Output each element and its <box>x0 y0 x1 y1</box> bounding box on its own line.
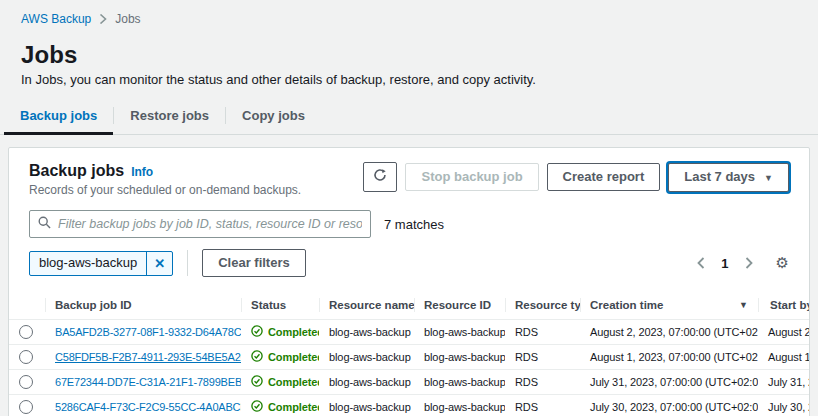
backup-jobs-panel: Backup jobsInfo Records of your schedule… <box>8 147 810 416</box>
tab-restore-jobs[interactable]: Restore jobs <box>114 99 225 134</box>
table-row: BA5AFD2B-3277-08F1-9332-D64A78CE11CC Com… <box>9 320 809 345</box>
clear-filters-button[interactable]: Clear filters <box>202 249 306 277</box>
tab-copy-jobs[interactable]: Copy jobs <box>226 99 321 134</box>
breadcrumb: AWS Backup Jobs <box>0 0 818 26</box>
column-resource-id[interactable]: Resource ID <box>414 291 505 320</box>
page-description: In Jobs, you can monitor the status and … <box>21 72 818 87</box>
column-creation-time[interactable]: ▼Creation time <box>580 291 758 320</box>
table-row: C58FDF5B-F2B7-4911-293E-54BE5A2CF2E1 Com… <box>9 345 809 370</box>
status-text: Completed <box>268 401 319 413</box>
resource-type-cell: RDS <box>505 370 580 395</box>
refresh-button[interactable] <box>363 162 397 192</box>
pagination: 1 ⚙ <box>692 255 789 271</box>
panel-subtitle: Records of your scheduled or on-demand b… <box>29 183 301 197</box>
column-resource-type[interactable]: Resource type <box>505 291 580 320</box>
select-all-column <box>9 291 45 320</box>
backup-jobs-table: Backup job ID Status Resource name▽ Reso… <box>9 291 809 416</box>
breadcrumb-chevron-icon <box>99 14 107 25</box>
matches-count: 7 matches <box>384 217 444 232</box>
column-creation-time-label: Creation time <box>590 299 664 311</box>
status-success-icon <box>251 350 263 364</box>
panel-title-group: Backup jobsInfo Records of your schedule… <box>29 162 301 197</box>
resource-id-cell: blog-aws-backup <box>414 345 505 370</box>
start-by-cell: July 30, 202 <box>758 395 809 416</box>
resource-id-cell: blog-aws-backup <box>414 370 505 395</box>
table-row: 5286CAF4-F73C-F2C9-55CC-4A0ABCDE0C09 Com… <box>9 395 809 416</box>
start-by-cell: July 31, 202 <box>758 370 809 395</box>
info-link[interactable]: Info <box>131 165 153 179</box>
start-by-cell: August 1, 20 <box>758 345 809 370</box>
column-status[interactable]: Status <box>241 291 319 320</box>
tab-backup-jobs[interactable]: Backup jobs <box>4 99 113 134</box>
current-page-number[interactable]: 1 <box>716 256 733 271</box>
status-badge: Completed <box>251 325 309 339</box>
creation-time-cell: July 30, 2023, 07:00:00 (UTC+02:00) <box>580 395 758 416</box>
previous-page-icon[interactable] <box>692 255 710 271</box>
token-close-icon[interactable]: ✕ <box>146 252 172 275</box>
filter-token: blog-aws-backup ✕ <box>29 251 173 276</box>
filter-token-label: blog-aws-backup <box>30 252 146 275</box>
resource-type-cell: RDS <box>505 345 580 370</box>
filter-placeholder: Filter backup jobs by job ID, status, re… <box>58 217 362 231</box>
backup-job-id-link[interactable]: C58FDF5B-F2B7-4911-293E-54BE5A2CF2E1 <box>55 351 241 363</box>
resource-type-cell: RDS <box>505 395 580 416</box>
sort-descending-icon: ▼ <box>739 300 748 310</box>
creation-time-cell: July 31, 2023, 07:00:00 (UTC+02:00) <box>580 370 758 395</box>
status-badge: Completed <box>251 350 309 364</box>
status-text: Completed <box>268 376 319 388</box>
resource-type-cell: RDS <box>505 320 580 345</box>
status-text: Completed <box>268 351 319 363</box>
breadcrumb-aws-backup-link[interactable]: AWS Backup <box>21 12 91 26</box>
table-header-row: Backup job ID Status Resource name▽ Reso… <box>9 291 809 320</box>
column-backup-job-id[interactable]: Backup job ID <box>45 291 241 320</box>
refresh-icon <box>373 170 387 185</box>
status-success-icon <box>251 325 263 339</box>
row-radio-button[interactable] <box>19 350 33 364</box>
resource-name-cell: blog-aws-backup <box>319 370 414 395</box>
resource-id-cell: blog-aws-backup <box>414 320 505 345</box>
status-success-icon <box>251 375 263 389</box>
status-badge: Completed <box>251 375 309 389</box>
table-row: 67E72344-DD7E-C31A-21F1-7899BEBDC85D Com… <box>9 370 809 395</box>
column-resource-name-label: Resource name <box>329 299 414 311</box>
backup-job-id-link[interactable]: 67E72344-DD7E-C31A-21F1-7899BEBDC85D <box>55 376 241 388</box>
page-title: Jobs <box>21 41 818 69</box>
toolbar: Stop backup job Create report Last 7 day… <box>363 162 789 192</box>
date-range-label: Last 7 days <box>684 169 755 184</box>
stop-backup-job-button[interactable]: Stop backup job <box>405 163 538 191</box>
search-icon <box>38 215 51 233</box>
breadcrumb-current: Jobs <box>115 12 140 26</box>
creation-time-cell: August 2, 2023, 07:00:00 (UTC+02:00) <box>580 320 758 345</box>
status-success-icon <box>251 400 263 414</box>
filter-search-input[interactable]: Filter backup jobs by job ID, status, re… <box>29 210 371 238</box>
status-badge: Completed <box>251 400 309 414</box>
chevron-down-icon: ▼ <box>764 173 773 183</box>
backup-job-id-link[interactable]: BA5AFD2B-3277-08F1-9332-D64A78CE11CC <box>55 326 241 338</box>
creation-time-cell: August 1, 2023, 07:00:00 (UTC+02:00) <box>580 345 758 370</box>
row-radio-button[interactable] <box>19 375 33 389</box>
divider <box>187 250 188 276</box>
resource-name-cell: blog-aws-backup <box>319 320 414 345</box>
start-by-cell: August 2, 20 <box>758 320 809 345</box>
status-text: Completed <box>268 326 319 338</box>
row-radio-button[interactable] <box>19 400 33 414</box>
row-radio-button[interactable] <box>19 325 33 339</box>
column-resource-name[interactable]: Resource name▽ <box>319 291 414 320</box>
tab-bar: Backup jobs Restore jobs Copy jobs <box>0 99 818 135</box>
create-report-button[interactable]: Create report <box>547 163 661 191</box>
next-page-icon[interactable] <box>740 255 758 271</box>
date-range-dropdown[interactable]: Last 7 days▼ <box>668 163 789 192</box>
resource-name-cell: blog-aws-backup <box>319 345 414 370</box>
panel-title: Backup jobs <box>29 162 124 179</box>
backup-job-id-link[interactable]: 5286CAF4-F73C-F2C9-55CC-4A0ABCDE0C09 <box>55 401 241 413</box>
column-start-by[interactable]: Start by <box>758 291 809 320</box>
settings-gear-icon[interactable]: ⚙ <box>776 256 789 271</box>
resource-id-cell: blog-aws-backup <box>414 395 505 416</box>
resource-name-cell: blog-aws-backup <box>319 395 414 416</box>
